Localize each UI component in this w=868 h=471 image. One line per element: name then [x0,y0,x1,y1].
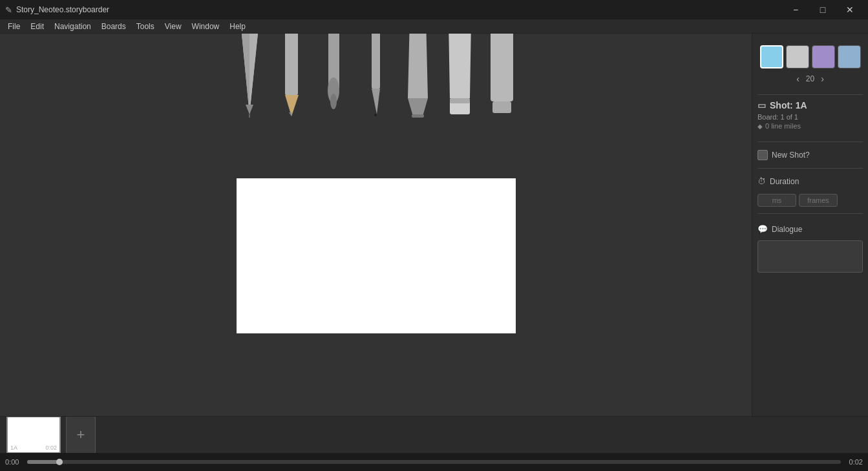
pencil-tools [232,34,520,118]
clock-icon: ⏱ [757,176,766,186]
dialogue-row: 💬 Dialogue [757,223,863,235]
svg-rect-25 [450,98,470,103]
svg-marker-3 [246,105,253,114]
size-decrease-button[interactable]: ‹ [794,74,802,84]
pencil-icon [277,34,306,118]
time-start: 0:00 [5,458,23,466]
menu-help[interactable]: Help [224,19,251,34]
tool-pen[interactable] [358,34,394,118]
line-miles-text: 0 line miles [765,122,801,130]
close-button[interactable]: ✕ [837,0,863,19]
new-shot-row: New Shot? [757,149,863,162]
shot-title-text: Shot: 1A [770,100,807,110]
menu-window[interactable]: Window [187,19,225,34]
size-increase-button[interactable]: › [818,74,827,84]
tool-light-pencil[interactable] [232,34,268,118]
titlebar-controls: − □ ✕ [783,0,863,19]
time-end: 0:02 [845,458,863,466]
new-shot-checkbox[interactable] [757,150,768,160]
new-shot-label: New Shot? [772,151,810,160]
svg-marker-1 [240,34,249,114]
color-swatch-0[interactable] [760,45,783,68]
duration-inputs [757,194,863,207]
diamond-icon: ◆ [757,123,763,130]
timeline-track[interactable] [27,460,841,464]
shot-title: ▭ Shot: 1A [757,100,863,110]
dialogue-icon: 💬 [757,224,768,234]
svg-point-11 [330,94,337,109]
titlebar: ✎ Story_Neoteo.storyboarder − □ ✕ [0,0,868,19]
main-area: ‹ 20 › ▭ Shot: 1A Board: 1 of 1 ◆ 0 line… [0,34,868,416]
eraser-icon [445,34,474,118]
menu-tools[interactable]: Tools [131,19,160,34]
color-swatches [757,45,863,68]
film-cell[interactable]: 1A 0:02 [6,417,61,453]
marker-icon [403,34,432,118]
brush-icon [319,34,348,118]
svg-marker-7 [289,112,291,116]
minimize-button[interactable]: − [783,0,809,19]
menu-file[interactable]: File [3,19,25,34]
titlebar-left: ✎ Story_Neoteo.storyboarder [5,5,109,15]
svg-point-16 [374,114,377,116]
menu-boards[interactable]: Boards [96,19,131,34]
tool-eraser[interactable] [442,34,478,118]
color-swatch-2[interactable] [812,45,835,68]
duration-ms-input[interactable] [757,194,796,207]
timeline-fill [27,460,59,464]
add-board-button[interactable]: + [66,417,96,453]
svg-marker-18 [408,34,428,98]
svg-rect-13 [372,34,380,89]
size-control: ‹ 20 › [757,72,863,85]
block-icon [487,34,516,118]
tools-toolbar [0,34,752,150]
film-cell-label: 1A [10,445,17,451]
canvas-area[interactable] [0,34,752,416]
shot-info: ▭ Shot: 1A Board: 1 of 1 ◆ 0 line miles [757,94,863,135]
svg-marker-23 [449,34,471,98]
menu-view[interactable]: View [160,19,187,34]
window-title: Story_Neoteo.storyboarder [16,5,109,14]
light-pencil-icon [235,34,264,118]
panel-separator-2 [757,168,863,169]
svg-rect-28 [492,101,511,113]
pen-icon [361,34,390,118]
duration-row: ⏱ Duration [757,175,863,187]
tool-block[interactable] [484,34,520,118]
timeline-thumb[interactable] [56,459,63,465]
svg-rect-5 [285,34,298,95]
color-swatch-1[interactable] [786,45,809,68]
maximize-button[interactable]: □ [810,0,836,19]
tool-marker[interactable] [400,34,436,118]
dialogue-label: Dialogue [772,225,802,234]
duration-label: Duration [770,177,799,186]
line-miles: ◆ 0 line miles [757,122,863,130]
monitor-icon: ▭ [757,100,766,110]
menu-edit[interactable]: Edit [25,19,49,34]
svg-marker-2 [249,34,259,114]
right-panel: ‹ 20 › ▭ Shot: 1A Board: 1 of 1 ◆ 0 line… [752,34,868,416]
menubar: FileEditNavigationBoardsToolsViewWindowH… [0,19,868,34]
tool-brush[interactable] [316,34,352,118]
filmstrip: 1A 0:02 + [0,417,868,453]
panel-separator-3 [757,213,863,214]
svg-rect-20 [412,114,424,118]
drawing-canvas[interactable] [237,178,516,333]
svg-rect-26 [491,34,513,101]
menu-navigation[interactable]: Navigation [49,19,96,34]
board-info: Board: 1 of 1 [757,113,863,121]
bottom-area: 1A 0:02 + 0:00 0:02 [0,416,868,471]
svg-marker-19 [408,98,428,116]
duration-frames-input[interactable] [799,194,838,207]
dialogue-textarea[interactable] [757,240,863,273]
panel-separator-1 [757,141,863,142]
svg-marker-6 [285,95,299,116]
color-swatch-3[interactable] [838,45,861,68]
film-cell-time: 0:02 [45,445,57,451]
app-icon: ✎ [5,5,12,15]
tool-pencil[interactable] [274,34,310,118]
size-value: 20 [806,74,814,83]
svg-marker-14 [372,89,380,114]
